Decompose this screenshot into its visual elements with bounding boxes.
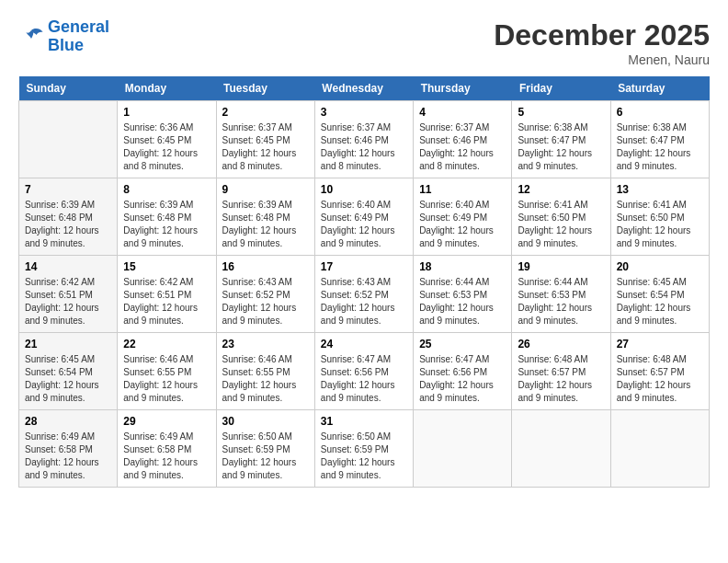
calendar-cell: 17Sunrise: 6:43 AM Sunset: 6:52 PM Dayli… <box>314 256 413 333</box>
day-number: 10 <box>321 183 407 196</box>
day-info: Sunrise: 6:43 AM Sunset: 6:52 PM Dayligh… <box>321 276 407 327</box>
calendar-week-3: 14Sunrise: 6:42 AM Sunset: 6:51 PM Dayli… <box>19 256 710 333</box>
day-info: Sunrise: 6:50 AM Sunset: 6:59 PM Dayligh… <box>222 431 309 482</box>
calendar-cell <box>512 410 610 488</box>
day-number: 21 <box>25 338 111 350</box>
day-number: 12 <box>518 183 604 196</box>
day-number: 15 <box>123 260 210 273</box>
calendar-cell: 25Sunrise: 6:47 AM Sunset: 6:56 PM Dayli… <box>414 333 512 410</box>
day-number: 25 <box>419 338 506 350</box>
calendar-week-4: 21Sunrise: 6:45 AM Sunset: 6:54 PM Dayli… <box>19 333 710 410</box>
day-number: 6 <box>617 106 703 119</box>
month-title: December 2025 <box>494 18 710 52</box>
day-info: Sunrise: 6:41 AM Sunset: 6:50 PM Dayligh… <box>518 199 604 250</box>
day-number: 16 <box>222 260 309 273</box>
day-number: 1 <box>123 106 210 119</box>
calendar-cell: 23Sunrise: 6:46 AM Sunset: 6:55 PM Dayli… <box>216 333 314 410</box>
calendar-cell: 15Sunrise: 6:42 AM Sunset: 6:51 PM Dayli… <box>118 256 216 333</box>
header-day-friday: Friday <box>512 76 610 101</box>
header-day-monday: Monday <box>118 76 216 101</box>
calendar-cell: 20Sunrise: 6:45 AM Sunset: 6:54 PM Dayli… <box>610 256 709 333</box>
day-number: 13 <box>617 183 703 196</box>
calendar-cell <box>414 410 512 488</box>
page-header: General Blue December 2025 Menen, Nauru <box>18 18 710 67</box>
header-row: SundayMondayTuesdayWednesdayThursdayFrid… <box>19 76 710 101</box>
day-info: Sunrise: 6:43 AM Sunset: 6:52 PM Dayligh… <box>222 276 309 327</box>
calendar-cell: 30Sunrise: 6:50 AM Sunset: 6:59 PM Dayli… <box>216 410 314 488</box>
calendar-cell: 19Sunrise: 6:44 AM Sunset: 6:53 PM Dayli… <box>512 256 610 333</box>
title-section: December 2025 Menen, Nauru <box>494 18 710 67</box>
day-number: 30 <box>222 415 309 428</box>
day-number: 22 <box>123 338 210 350</box>
day-number: 26 <box>518 338 604 350</box>
calendar-cell: 5Sunrise: 6:38 AM Sunset: 6:47 PM Daylig… <box>512 101 610 178</box>
calendar-cell: 12Sunrise: 6:41 AM Sunset: 6:50 PM Dayli… <box>512 178 610 256</box>
day-info: Sunrise: 6:40 AM Sunset: 6:49 PM Dayligh… <box>321 199 407 250</box>
header-day-tuesday: Tuesday <box>216 76 314 101</box>
calendar-cell: 24Sunrise: 6:47 AM Sunset: 6:56 PM Dayli… <box>314 333 413 410</box>
calendar-cell: 18Sunrise: 6:44 AM Sunset: 6:53 PM Dayli… <box>414 256 512 333</box>
calendar-cell: 14Sunrise: 6:42 AM Sunset: 6:51 PM Dayli… <box>19 256 118 333</box>
day-number: 8 <box>123 183 210 196</box>
day-number: 2 <box>222 106 309 119</box>
day-info: Sunrise: 6:41 AM Sunset: 6:50 PM Dayligh… <box>617 199 703 250</box>
calendar-cell: 22Sunrise: 6:46 AM Sunset: 6:55 PM Dayli… <box>118 333 216 410</box>
day-info: Sunrise: 6:46 AM Sunset: 6:55 PM Dayligh… <box>123 353 210 405</box>
calendar-cell: 6Sunrise: 6:38 AM Sunset: 6:47 PM Daylig… <box>610 101 709 178</box>
calendar-cell: 9Sunrise: 6:39 AM Sunset: 6:48 PM Daylig… <box>216 178 314 256</box>
day-info: Sunrise: 6:39 AM Sunset: 6:48 PM Dayligh… <box>25 199 111 250</box>
day-info: Sunrise: 6:45 AM Sunset: 6:54 PM Dayligh… <box>25 353 111 405</box>
calendar-week-2: 7Sunrise: 6:39 AM Sunset: 6:48 PM Daylig… <box>19 178 710 256</box>
day-info: Sunrise: 6:44 AM Sunset: 6:53 PM Dayligh… <box>419 276 506 327</box>
calendar-week-5: 28Sunrise: 6:49 AM Sunset: 6:58 PM Dayli… <box>19 410 710 488</box>
calendar-cell: 8Sunrise: 6:39 AM Sunset: 6:48 PM Daylig… <box>118 178 216 256</box>
location-subtitle: Menen, Nauru <box>494 52 710 67</box>
day-number: 28 <box>25 415 111 428</box>
calendar-cell: 16Sunrise: 6:43 AM Sunset: 6:52 PM Dayli… <box>216 256 314 333</box>
day-info: Sunrise: 6:50 AM Sunset: 6:59 PM Dayligh… <box>321 431 407 482</box>
calendar-cell: 13Sunrise: 6:41 AM Sunset: 6:50 PM Dayli… <box>610 178 709 256</box>
day-number: 14 <box>25 260 111 273</box>
calendar-cell: 7Sunrise: 6:39 AM Sunset: 6:48 PM Daylig… <box>19 178 118 256</box>
day-info: Sunrise: 6:44 AM Sunset: 6:53 PM Dayligh… <box>518 276 604 327</box>
day-number: 17 <box>321 260 407 273</box>
calendar-cell: 26Sunrise: 6:48 AM Sunset: 6:57 PM Dayli… <box>512 333 610 410</box>
calendar-cell: 31Sunrise: 6:50 AM Sunset: 6:59 PM Dayli… <box>314 410 413 488</box>
calendar-cell: 10Sunrise: 6:40 AM Sunset: 6:49 PM Dayli… <box>314 178 413 256</box>
day-info: Sunrise: 6:48 AM Sunset: 6:57 PM Dayligh… <box>518 353 604 405</box>
header-day-thursday: Thursday <box>414 76 512 101</box>
calendar-cell: 2Sunrise: 6:37 AM Sunset: 6:45 PM Daylig… <box>216 101 314 178</box>
day-number: 11 <box>419 183 506 196</box>
day-info: Sunrise: 6:45 AM Sunset: 6:54 PM Dayligh… <box>617 276 703 327</box>
calendar-cell: 29Sunrise: 6:49 AM Sunset: 6:58 PM Dayli… <box>118 410 216 488</box>
day-number: 9 <box>222 183 309 196</box>
day-info: Sunrise: 6:37 AM Sunset: 6:46 PM Dayligh… <box>419 121 506 173</box>
day-number: 24 <box>321 338 407 350</box>
calendar-cell: 3Sunrise: 6:37 AM Sunset: 6:46 PM Daylig… <box>314 101 413 178</box>
day-info: Sunrise: 6:38 AM Sunset: 6:47 PM Dayligh… <box>617 121 703 173</box>
day-number: 23 <box>222 338 309 350</box>
day-info: Sunrise: 6:37 AM Sunset: 6:45 PM Dayligh… <box>222 121 309 173</box>
logo-text: General Blue <box>48 18 109 55</box>
day-info: Sunrise: 6:48 AM Sunset: 6:57 PM Dayligh… <box>617 353 703 405</box>
day-info: Sunrise: 6:49 AM Sunset: 6:58 PM Dayligh… <box>123 431 210 482</box>
day-info: Sunrise: 6:47 AM Sunset: 6:56 PM Dayligh… <box>321 353 407 405</box>
day-info: Sunrise: 6:46 AM Sunset: 6:55 PM Dayligh… <box>222 353 309 405</box>
day-info: Sunrise: 6:47 AM Sunset: 6:56 PM Dayligh… <box>419 353 506 405</box>
calendar-cell: 28Sunrise: 6:49 AM Sunset: 6:58 PM Dayli… <box>19 410 118 488</box>
header-day-wednesday: Wednesday <box>314 76 413 101</box>
day-info: Sunrise: 6:37 AM Sunset: 6:46 PM Dayligh… <box>321 121 407 173</box>
day-number: 5 <box>518 106 604 119</box>
calendar-cell: 4Sunrise: 6:37 AM Sunset: 6:46 PM Daylig… <box>414 101 512 178</box>
calendar-table: SundayMondayTuesdayWednesdayThursdayFrid… <box>18 76 710 488</box>
day-info: Sunrise: 6:36 AM Sunset: 6:45 PM Dayligh… <box>123 121 210 173</box>
calendar-cell <box>19 101 118 178</box>
day-number: 18 <box>419 260 506 273</box>
header-day-sunday: Sunday <box>19 76 118 101</box>
day-number: 31 <box>321 415 407 428</box>
calendar-cell: 27Sunrise: 6:48 AM Sunset: 6:57 PM Dayli… <box>610 333 709 410</box>
day-info: Sunrise: 6:40 AM Sunset: 6:49 PM Dayligh… <box>419 199 506 250</box>
day-info: Sunrise: 6:38 AM Sunset: 6:47 PM Dayligh… <box>518 121 604 173</box>
day-info: Sunrise: 6:39 AM Sunset: 6:48 PM Dayligh… <box>222 199 309 250</box>
logo: General Blue <box>18 18 109 55</box>
